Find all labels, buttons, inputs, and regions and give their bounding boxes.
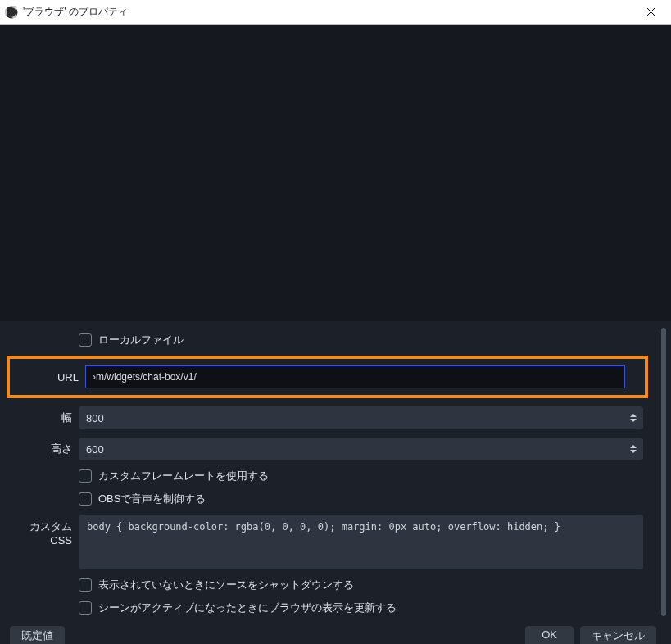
shutdown-label: 表示されていないときにソースをシャットダウンする <box>98 578 354 592</box>
dialog-footer: 既定値 OK キャンセル <box>0 626 671 644</box>
width-spinner[interactable] <box>628 413 642 423</box>
chevron-down-icon <box>630 450 637 453</box>
refresh-active-label: シーンがアクティブになったときにブラウザの表示を更新する <box>98 601 397 615</box>
url-input[interactable] <box>85 365 625 388</box>
width-label: 幅 <box>15 410 79 425</box>
refresh-active-checkbox[interactable] <box>79 601 92 615</box>
chevron-up-icon <box>630 414 637 417</box>
control-audio-row: OBSで音声を制御する <box>15 492 656 506</box>
local-file-label: ローカルファイル <box>98 333 184 347</box>
url-label: URL <box>16 371 85 383</box>
width-input[interactable]: 800 <box>79 406 643 429</box>
cancel-button[interactable]: キャンセル <box>580 626 656 644</box>
height-label: 高さ <box>15 442 79 456</box>
scrollbar[interactable] <box>661 328 666 616</box>
control-audio-checkbox[interactable] <box>79 492 92 506</box>
chevron-up-icon <box>630 445 637 448</box>
custom-css-label: カスタム CSS <box>15 515 79 546</box>
custom-css-row: カスタム CSS <box>15 515 656 569</box>
window-title: 'ブラウザ' のプロパティ <box>23 5 635 19</box>
custom-fps-label: カスタムフレームレートを使用する <box>98 469 269 483</box>
close-button[interactable] <box>635 1 666 24</box>
width-value: 800 <box>79 412 628 424</box>
ok-button[interactable]: OK <box>525 626 574 644</box>
refresh-active-row: シーンがアクティブになったときにブラウザの表示を更新する <box>15 601 656 615</box>
url-row: URL <box>16 365 638 388</box>
width-row: 幅 800 <box>15 406 656 429</box>
url-highlight-box: URL <box>7 356 648 398</box>
control-audio-label: OBSで音声を制御する <box>98 492 206 506</box>
local-file-row: ローカルファイル <box>15 333 656 347</box>
custom-fps-checkbox[interactable] <box>79 469 92 483</box>
local-file-checkbox[interactable] <box>79 333 92 347</box>
custom-css-wrap <box>79 515 643 569</box>
defaults-button[interactable]: 既定値 <box>10 626 65 644</box>
height-input[interactable]: 600 <box>79 438 643 460</box>
height-spinner[interactable] <box>628 444 642 454</box>
titlebar: 'ブラウザ' のプロパティ <box>0 0 671 25</box>
height-value: 600 <box>79 443 628 456</box>
shutdown-row: 表示されていないときにソースをシャットダウンする <box>15 578 656 592</box>
properties-form: ローカルファイル URL 幅 800 高さ 600 <box>0 321 671 615</box>
obs-icon <box>5 6 18 19</box>
height-row: 高さ 600 <box>15 438 656 460</box>
source-preview <box>0 25 671 321</box>
close-icon <box>646 7 655 16</box>
custom-css-input[interactable] <box>87 521 635 560</box>
shutdown-checkbox[interactable] <box>79 578 92 592</box>
custom-fps-row: カスタムフレームレートを使用する <box>15 469 656 483</box>
chevron-down-icon <box>630 419 637 422</box>
